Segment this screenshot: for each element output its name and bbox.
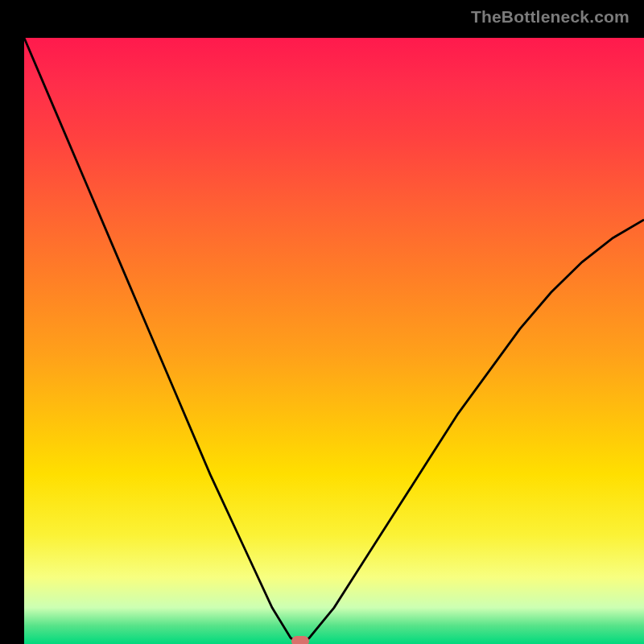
chart-frame [12, 12, 632, 632]
branding-watermark: TheBottleneck.com [471, 7, 630, 27]
plot-area [24, 38, 644, 644]
minimum-marker [291, 636, 309, 644]
bottleneck-curve [24, 38, 644, 644]
